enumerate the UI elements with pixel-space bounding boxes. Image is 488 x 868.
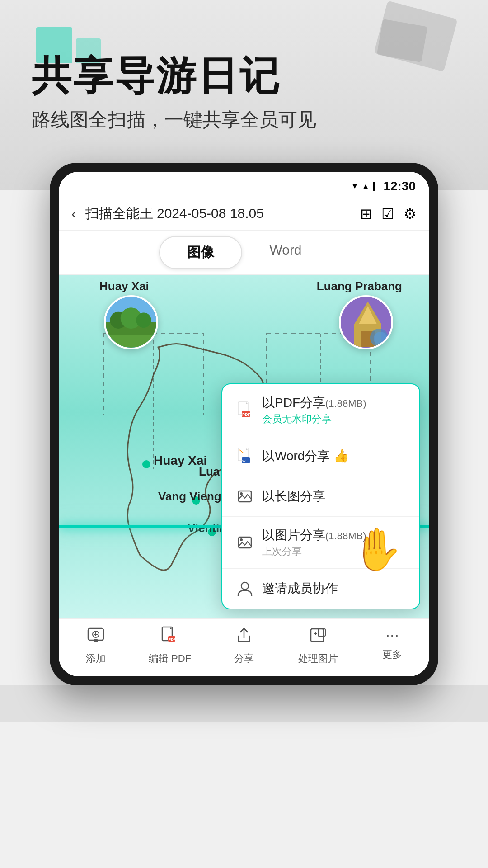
nav-edit-pdf[interactable]: PDF 编辑 PDF bbox=[133, 626, 207, 665]
wifi-icon: ▼ bbox=[351, 182, 358, 190]
back-button[interactable]: ‹ bbox=[71, 205, 76, 222]
nav-more-label: 更多 bbox=[382, 648, 402, 661]
nav-share-label: 分享 bbox=[234, 652, 254, 665]
phone-screen: ▼ ▲ ▌ 12:30 ‹ 扫描全能王 2024-05-08 18.05 ⊞ ☑… bbox=[59, 172, 429, 676]
svg-point-9 bbox=[136, 313, 151, 328]
tab-word[interactable]: Word bbox=[242, 236, 328, 269]
photo-luang-prabang bbox=[339, 295, 393, 349]
invite-members-text: 邀请成员协作 bbox=[262, 580, 338, 597]
share-pdf-button[interactable]: PDF 以PDF分享(1.88MB) 会员无水印分享 bbox=[222, 384, 419, 436]
phone-wrapper: ▼ ▲ ▌ 12:30 ‹ 扫描全能王 2024-05-08 18.05 ⊞ ☑… bbox=[0, 163, 488, 685]
top-section: 共享导游日记 路线图全扫描，一键共享全员可见 bbox=[0, 0, 488, 190]
svg-point-31 bbox=[240, 538, 243, 541]
svg-rect-30 bbox=[239, 537, 251, 548]
battery-icon: ▌ bbox=[373, 182, 378, 190]
nav-add-label: 添加 bbox=[86, 652, 106, 665]
status-time: 12:30 bbox=[383, 179, 416, 193]
app-title: 扫描全能王 2024-05-08 18.05 bbox=[85, 204, 351, 223]
nav-more[interactable]: ··· 更多 bbox=[355, 626, 429, 665]
svg-text:PDF: PDF bbox=[169, 637, 176, 642]
process-image-icon bbox=[309, 626, 327, 648]
label-huay-xai-top: Huay Xai bbox=[99, 279, 149, 293]
svg-rect-36 bbox=[94, 639, 98, 642]
svg-text:W: W bbox=[242, 459, 246, 463]
app-header: ‹ 扫描全能王 2024-05-08 18.05 ⊞ ☑ ⚙ bbox=[59, 197, 429, 231]
more-icon: ··· bbox=[385, 626, 399, 644]
nav-edit-pdf-label: 编辑 PDF bbox=[149, 652, 191, 665]
image-icon bbox=[235, 533, 255, 552]
status-icons: ▼ ▲ ▌ bbox=[351, 182, 378, 190]
popup-menu: PDF 以PDF分享(1.88MB) 会员无水印分享 bbox=[221, 383, 420, 609]
svg-rect-43 bbox=[318, 629, 325, 636]
svg-line-35 bbox=[100, 641, 105, 644]
signal-icon: ▲ bbox=[362, 182, 369, 190]
nav-process-image[interactable]: 处理图片 bbox=[281, 626, 355, 665]
word-icon: W bbox=[235, 446, 255, 466]
header-icons: ⊞ ☑ ⚙ bbox=[360, 205, 417, 222]
svg-rect-42 bbox=[311, 629, 324, 642]
add-icon bbox=[87, 626, 105, 648]
bottom-nav: 添加 PDF 编辑 PDF bbox=[59, 618, 429, 676]
map-content: Huay Xai bbox=[59, 275, 429, 618]
share-pdf-text: 以PDF分享(1.88MB) 会员无水印分享 bbox=[262, 394, 366, 426]
share-word-text: 以Word分享👍 bbox=[262, 448, 349, 465]
share-long-image-button[interactable]: 以长图分享 bbox=[222, 476, 419, 517]
long-image-icon bbox=[235, 486, 255, 506]
edit-pdf-icon: PDF bbox=[160, 626, 180, 648]
nav-process-image-label: 处理图片 bbox=[298, 652, 338, 665]
nav-share[interactable]: 分享 bbox=[207, 626, 281, 665]
share-icon bbox=[235, 626, 253, 648]
grid-icon[interactable]: ⊞ bbox=[360, 205, 372, 222]
svg-point-29 bbox=[240, 492, 243, 495]
share-word-button[interactable]: W 以Word分享👍 bbox=[222, 436, 419, 476]
label-luang-prabang-top: Luang Prabang bbox=[317, 279, 402, 293]
nav-add[interactable]: 添加 bbox=[59, 626, 133, 665]
check-icon[interactable]: ☑ bbox=[381, 205, 394, 222]
invite-members-button[interactable]: 邀请成员协作 bbox=[222, 569, 419, 609]
status-bar: ▼ ▲ ▌ 12:30 bbox=[59, 172, 429, 197]
settings-icon[interactable]: ⚙ bbox=[404, 205, 417, 222]
svg-text:PDF: PDF bbox=[242, 412, 251, 417]
share-image-text: 以图片分享(1.88MB) 上次分享 bbox=[262, 527, 366, 558]
main-title: 共享导游日记 bbox=[32, 54, 461, 98]
tab-image[interactable]: 图像 bbox=[159, 236, 242, 269]
share-long-image-text: 以长图分享 bbox=[262, 488, 325, 505]
sub-title: 路线图全扫描，一键共享全员可见 bbox=[32, 107, 461, 132]
person-icon bbox=[235, 579, 255, 599]
svg-point-32 bbox=[241, 582, 249, 590]
map-label-vang-vieng: Vang Vieng bbox=[158, 490, 221, 504]
bottom-padding bbox=[0, 685, 488, 722]
photo-huay-xai bbox=[104, 295, 158, 349]
pdf-icon: PDF bbox=[235, 400, 255, 420]
phone-frame: ▼ ▲ ▌ 12:30 ‹ 扫描全能王 2024-05-08 18.05 ⊞ ☑… bbox=[50, 163, 438, 685]
tab-bar: 图像 Word bbox=[59, 231, 429, 275]
hand-cursor: 🤚 bbox=[352, 526, 402, 573]
